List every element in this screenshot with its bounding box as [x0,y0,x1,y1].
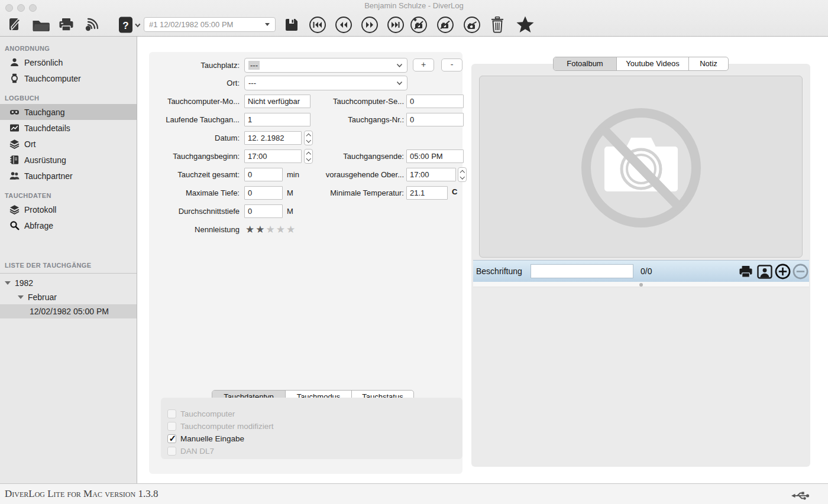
help-menu-button[interactable]: ? [117,16,141,34]
tree-month-label: Februar [28,292,57,302]
sidebar-item-tauchdetails[interactable]: Tauchdetails [0,120,137,136]
checkbox-box[interactable] [167,422,176,431]
sidebar-item-ausruestung[interactable]: Ausrüstung [0,152,137,168]
first-dive-icon [309,16,326,34]
svg-text:?: ? [122,20,128,31]
sidebar-item-persoenlich[interactable]: Persönlich [0,54,137,70]
sidebar-item-protokoll[interactable]: Protokoll [0,201,137,217]
sidebar-item-ort[interactable]: Ort [0,136,137,152]
next-dive-icon [361,16,379,34]
last-dive-button[interactable] [387,16,405,34]
save-icon [284,18,299,32]
dive-selector-combobox[interactable]: #1 12/02/1982 05:00 PM [144,17,276,32]
min-temp-unit: C [452,185,457,199]
sidebar-item-label: Tauchgang [24,108,65,117]
delete-dive-button[interactable] [491,17,504,33]
dive-list-header: LISTE DER TAUCHGÄNGE [0,252,137,272]
rating-star[interactable] [255,224,266,235]
favorite-button[interactable] [516,15,535,34]
date-field[interactable] [244,131,302,145]
first-dive-button[interactable] [309,16,326,34]
checkbox-label: Tauchcomputer modifiziert [180,422,274,431]
checkbox-dan-dl7[interactable]: DAN DL7 [167,445,214,457]
portrait-button[interactable] [757,265,772,281]
upload-button[interactable] [84,17,101,32]
save-button[interactable] [284,18,299,32]
checkbox-label: Tauchcomputer [180,409,235,418]
rating-star[interactable] [266,224,276,235]
layers-icon [9,139,20,149]
surface-interval-field[interactable] [406,168,456,181]
open-folder-button[interactable] [32,18,50,32]
dive-form-panel: Tauchplatz: --- + - Ort: --- Tauchcomput… [149,52,462,474]
diverlog-window: Benjamin Schulze - DiverLog [0,0,828,504]
print-photo-icon [738,265,753,278]
tree-row-year[interactable]: 1982 [0,276,137,290]
caption-input[interactable] [531,264,633,278]
checkbox-box[interactable] [167,409,176,418]
add-dive-button[interactable] [410,16,428,34]
sidebar-item-tauchpartner[interactable]: Tauchpartner [0,168,137,184]
remove-photo-icon [793,264,808,279]
surface-interval-stepper[interactable] [458,167,467,182]
window-title: Benjamin Schulze - DiverLog [0,1,828,10]
sidebar-item-abfrage[interactable]: Abfrage [0,217,137,233]
rating-star[interactable] [286,224,296,235]
tree-year-label: 1982 [15,278,33,288]
sidebar-item-tauchgang[interactable]: Tauchgang [0,104,137,120]
checkbox-label: DAN DL7 [180,447,214,456]
remove-photo-button[interactable] [793,264,808,282]
dive-end-field[interactable] [406,149,464,163]
checkbox-tauchcomputer-modifiziert[interactable]: Tauchcomputer modifiziert [167,420,274,432]
print-photo-button[interactable] [738,265,753,281]
dive-start-label: Tauchgangsbeginn: [149,149,240,164]
max-depth-field[interactable] [244,186,283,200]
slider-handle[interactable] [639,283,643,287]
checkbox-box[interactable] [167,447,176,456]
tree-dive-label: 12/02/1982 05:00 PM [30,307,109,316]
min-temp-field[interactable] [406,186,448,200]
remove-dive-button[interactable] [436,16,454,34]
tree-row-month[interactable]: Februar [0,290,137,304]
edit-log-button[interactable] [8,17,23,32]
tauchplatz-combobox[interactable]: --- [244,58,407,73]
previous-dive-button[interactable] [335,16,352,34]
next-dive-button[interactable] [361,16,379,34]
checkbox-box[interactable] [167,434,176,443]
disclosure-triangle[interactable] [18,295,24,299]
avg-depth-label: Durchschnittstiefe [149,204,240,219]
thumbnail-size-slider[interactable] [473,282,809,287]
tab-notiz[interactable]: Notiz [689,57,728,70]
layers-icon [9,204,20,214]
dive-no-field[interactable] [406,113,464,126]
checkbox-manuelle-eingabe[interactable]: Manuelle Eingabe [167,433,244,444]
sidebar-item-tauchcomputer[interactable]: Tauchcomputer [0,70,137,86]
computer-serial-field[interactable] [406,95,464,108]
move-dive-button[interactable] [463,16,481,34]
disclosure-triangle[interactable] [5,281,11,285]
avg-depth-unit: M [287,204,293,218]
rating-star[interactable] [276,224,286,235]
remove-site-button[interactable]: - [441,58,462,71]
usb-icon [790,490,810,502]
date-label: Datum: [149,131,240,145]
checkbox-tauchcomputer[interactable]: Tauchcomputer [167,408,235,420]
main-content: Tauchplatz: --- + - Ort: --- Tauchcomput… [137,37,828,483]
sidebar-item-label: Ort [24,139,35,149]
avg-depth-field[interactable] [244,204,283,218]
tree-row-dive[interactable]: 12/02/1982 05:00 PM [0,304,137,318]
sidebar-section-anordnung: ANORDNUNG [0,37,137,54]
ort-combobox[interactable]: --- [244,76,407,90]
no-photo-icon [576,103,706,233]
tab-fotoalbum[interactable]: Fotoalbum [554,57,617,70]
dive-computer-icon [9,73,20,83]
add-photo-button[interactable] [775,264,791,282]
media-tabs: Fotoalbum Youtube Videos Notiz [553,57,729,71]
date-stepper[interactable] [304,131,313,145]
rating-star[interactable] [245,224,255,235]
dive-selector-value: #1 12/02/1982 05:00 PM [144,20,265,29]
print-button[interactable] [59,18,74,32]
tab-youtube-videos[interactable]: Youtube Videos [617,57,689,70]
add-site-button[interactable]: + [413,58,434,71]
total-time-field[interactable] [244,168,283,181]
